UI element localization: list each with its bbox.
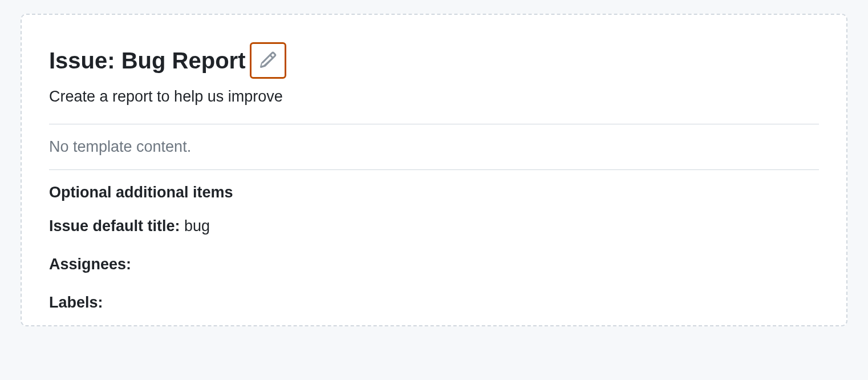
- title-row: Issue: Bug Report: [49, 42, 819, 79]
- divider: [49, 169, 819, 170]
- default-title-label: Issue default title:: [49, 217, 180, 235]
- assignees-label: Assignees:: [49, 256, 131, 273]
- pencil-icon: [259, 51, 277, 71]
- issue-template-card: Issue: Bug Report Create a report to hel…: [21, 14, 847, 326]
- edit-button[interactable]: [250, 42, 286, 79]
- optional-items-heading: Optional additional items: [49, 184, 819, 201]
- empty-template-message: No template content.: [49, 124, 819, 169]
- issue-title: Issue: Bug Report: [49, 48, 245, 73]
- default-title-field: Issue default title: bug: [49, 217, 819, 235]
- assignees-field: Assignees:: [49, 256, 819, 273]
- labels-label: Labels:: [49, 294, 103, 311]
- labels-field: Labels:: [49, 294, 819, 312]
- default-title-value: bug: [184, 217, 210, 235]
- issue-subtitle: Create a report to help us improve: [49, 88, 819, 106]
